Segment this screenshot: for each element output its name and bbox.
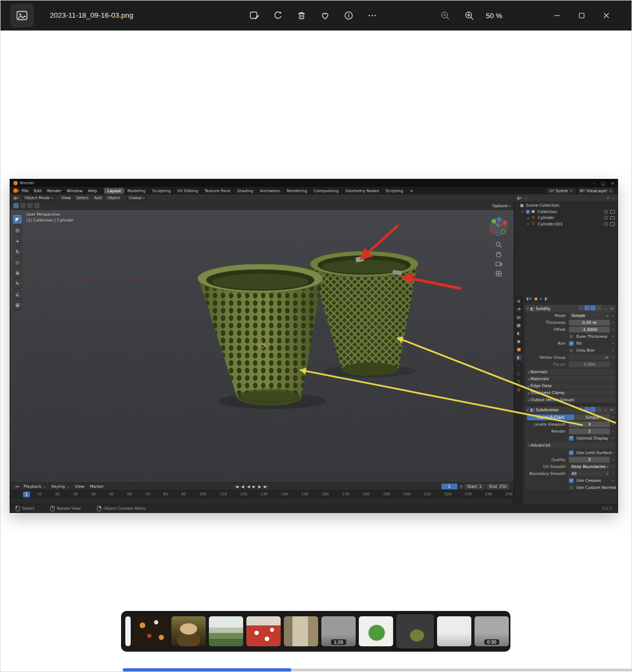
rotate-tool[interactable]: ↻ (13, 247, 22, 256)
viewport-3d[interactable]: Options ▾ (10, 202, 514, 482)
play-button[interactable]: ▶ (252, 485, 254, 489)
property-row[interactable]: Render 2 ▾ ⇄ (525, 428, 616, 435)
property-row[interactable]: Vertex Group ▾ ⇄ (525, 354, 616, 361)
outliner-row[interactable]: ✓ ▦ Scene Collection (514, 202, 618, 209)
blender-maximize-icon[interactable]: ▢ (601, 181, 605, 186)
property-row[interactable]: Normals ▾ ⇄ (526, 369, 615, 375)
expand-arrow-icon[interactable]: ▾ (527, 409, 529, 412)
outliner-row[interactable]: ▸ ✓ ▽ Cylinder.001 (514, 221, 618, 228)
thumbnail-interior[interactable] (284, 616, 318, 646)
property-row[interactable]: Use Creases ▾ ⇄ (525, 477, 616, 484)
value-field[interactable]: 3 (569, 457, 610, 463)
animate-dot-icon[interactable] (612, 452, 614, 454)
workspace-tab[interactable]: Geometry Nodes (342, 188, 382, 194)
modifier-extras-icon[interactable]: ⌄ (603, 306, 607, 311)
property-row[interactable]: Use Custom Normals ▾ ⇄ (525, 484, 616, 491)
viewport-menu-item[interactable]: Object (104, 195, 123, 200)
thumbnail-teacup[interactable] (246, 616, 281, 646)
menu-item[interactable]: Help (85, 188, 100, 193)
scene-selector[interactable]: ◍▾ Scene × (547, 188, 575, 194)
render-tab-icon[interactable]: ◔ (514, 305, 523, 313)
workspace-tab[interactable]: UV Editing (174, 188, 201, 194)
property-row[interactable]: Even Thickness ▾ ⇄ (525, 333, 616, 340)
current-frame-marker[interactable]: 1 (23, 492, 30, 497)
edit-image-button[interactable] (245, 6, 264, 25)
property-row[interactable]: Advanced ▾ ⇄ (526, 442, 615, 449)
transform-orientation-dropdown[interactable]: Global▾ (126, 195, 147, 201)
blender-minimize-icon[interactable]: – (593, 181, 596, 186)
menu-item[interactable]: Render (44, 188, 64, 193)
thumbnail-landscape[interactable] (209, 616, 243, 646)
modifier-name[interactable]: Subdivision (536, 407, 576, 412)
outliner-display-mode-icon[interactable]: ▦▾ (517, 196, 522, 200)
add-primitive-tool[interactable]: ⊞ (13, 300, 22, 309)
view-layer-tab-icon[interactable]: ▦ (514, 321, 523, 329)
realtime-toggle[interactable] (584, 407, 590, 412)
minimize-button[interactable] (545, 5, 569, 26)
view-layer-selector[interactable]: ▦▾ ViewLayer × (578, 188, 614, 194)
start-frame-field[interactable]: Start1 (464, 484, 484, 489)
property-row[interactable]: Materials ▾ ⇄ (526, 376, 615, 382)
expand-arrow-icon[interactable]: ▾ (522, 210, 526, 213)
maximize-button[interactable] (569, 5, 594, 26)
value-field[interactable]: 0.000 (569, 361, 610, 367)
favorite-button[interactable] (315, 6, 335, 25)
disable-in-render-icon[interactable] (610, 210, 615, 214)
workspace-tab[interactable]: Scripting (382, 188, 407, 194)
rotate-button[interactable] (268, 6, 288, 25)
chevron-down-icon[interactable]: ⌄ (612, 196, 615, 200)
value-field[interactable]: 0.05 m (569, 320, 610, 326)
render-toggle[interactable] (590, 305, 596, 311)
modifier-name[interactable]: Solidify (536, 306, 576, 311)
object-data-tab-icon[interactable]: ▽ (514, 377, 523, 386)
blender-app-menu-icon[interactable] (13, 188, 18, 193)
edit-mode-toggle[interactable] (578, 305, 584, 311)
timeline-menu-item[interactable]: Playback (24, 484, 46, 489)
zoom-out-button[interactable] (435, 6, 455, 25)
modifiers-tab-icon[interactable]: ◧ (514, 353, 523, 361)
transform-tool[interactable]: ⊕ (13, 268, 22, 277)
timeline-menu-item[interactable]: Keying (51, 484, 70, 489)
options-dropdown[interactable]: Options ▾ (492, 203, 510, 208)
play-reverse-button[interactable]: ◀ (247, 485, 249, 489)
search-icon[interactable]: ◌ (524, 196, 528, 200)
expand-arrow-icon[interactable]: ▸ (528, 222, 532, 225)
end-frame-field[interactable]: End250 (486, 484, 509, 489)
hide-in-viewport-icon[interactable] (604, 216, 608, 220)
property-row[interactable]: UV Smooth Keep Boundaries ▾ ⇄ (525, 463, 616, 470)
checkbox[interactable] (569, 450, 574, 455)
extra-toggle[interactable] (596, 407, 601, 412)
measure-tool[interactable]: ∠ (13, 290, 22, 299)
thumbnail-floral[interactable] (134, 616, 168, 646)
close-button[interactable] (594, 5, 619, 26)
property-row[interactable]: Catmull-ClarkSimple ▾ ⇄ (525, 414, 616, 421)
modifier-header[interactable]: ▾ ◧ Subdivision ⌄ × (525, 406, 616, 414)
value-field[interactable]: -1.0000 (569, 327, 610, 333)
workspace-tab[interactable]: Rendering (283, 188, 310, 194)
clock-editor-icon[interactable]: ◔▾ (14, 485, 19, 489)
viewport-menu-item[interactable]: Add (91, 195, 104, 200)
object-tab-icon[interactable]: ■ (514, 345, 523, 353)
property-row[interactable]: Factor 0.000 ▾ ⇄ (525, 361, 616, 368)
animate-dot-icon[interactable] (612, 431, 614, 432)
workspace-tab[interactable]: Animation (257, 188, 283, 194)
tool-settings-icon[interactable] (27, 203, 33, 208)
animate-dot-icon[interactable] (612, 343, 614, 344)
animate-dot-icon[interactable] (612, 350, 614, 351)
animate-dot-icon[interactable] (612, 466, 614, 467)
thumbnail-video-gray[interactable]: 0:30 (475, 616, 509, 646)
value-field[interactable]: Simple (569, 313, 610, 319)
outliner-row[interactable]: ▾ ✓ ▣ Collection (514, 209, 618, 215)
current-frame-field[interactable]: 1 (441, 484, 457, 489)
tool-settings-icon[interactable] (34, 203, 40, 208)
animate-dot-icon[interactable] (612, 336, 614, 337)
output-tab-icon[interactable]: ▤ (514, 313, 523, 321)
filter-funnel-icon[interactable]: ▽ (607, 196, 610, 200)
cursor-tool[interactable]: ◎ (13, 225, 22, 235)
menu-item[interactable]: Edit (31, 188, 44, 193)
tool-settings-icon[interactable] (20, 203, 26, 208)
mode-dropdown[interactable]: Object Mode▾ (21, 195, 55, 201)
menu-item[interactable]: Window (64, 188, 86, 193)
checkbox[interactable] (569, 436, 574, 441)
modifier-properties-icon[interactable]: ◧▾ (526, 297, 531, 301)
